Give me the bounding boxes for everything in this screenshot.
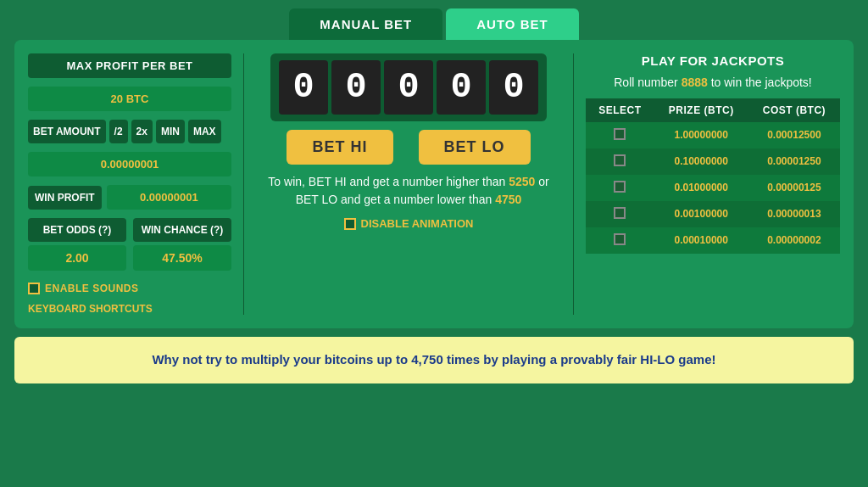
prize-value-0: 1.00000000 <box>654 122 748 148</box>
col-cost-header: COST (BTC) <box>748 98 840 122</box>
bet-lo-button[interactable]: BET LO <box>419 130 531 165</box>
jackpot-table: SELECT PRIZE (BTC) COST (BTC) 1.00000000… <box>586 98 840 254</box>
slot-digit-4: 0 <box>489 60 538 115</box>
highlight-5250: 5250 <box>509 175 535 188</box>
jackpot-checkbox-4[interactable] <box>614 233 626 245</box>
win-chance-box: WIN CHANCE (?) 47.50% <box>133 218 231 271</box>
prize-value-4: 0.00010000 <box>654 227 748 254</box>
col-prize-header: PRIZE (BTC) <box>654 98 748 122</box>
slot-digit-1: 0 <box>331 60 381 115</box>
select-cell-4 <box>586 227 654 254</box>
jackpot-subtitle: Roll number 8888 to win the jackpots! <box>586 75 840 92</box>
tab-manual[interactable]: MANUAL BET <box>289 8 442 40</box>
prize-value-2: 0.01000000 <box>654 175 748 201</box>
max-button[interactable]: MAX <box>188 120 221 143</box>
table-row: 0.01000000 0.00000125 <box>586 175 840 201</box>
table-row: 0.00100000 0.00000013 <box>586 201 840 227</box>
slot-digit-3: 0 <box>437 60 486 115</box>
bet-odds-box: BET ODDS (?) 2.00 <box>28 218 126 271</box>
half-button[interactable]: /2 <box>109 120 128 143</box>
jackpot-checkbox-0[interactable] <box>614 128 626 140</box>
cost-value-1: 0.00001250 <box>748 148 840 175</box>
max-profit-value: 20 BTC <box>28 87 231 111</box>
table-row: 0.00010000 0.00000002 <box>586 227 840 254</box>
slot-digit-2: 0 <box>384 60 433 115</box>
jackpot-roll-number: 8888 <box>682 76 708 89</box>
cost-value-3: 0.00000013 <box>748 201 840 227</box>
bottom-banner: Why not try to multiply your bitcoins up… <box>14 337 854 383</box>
double-button[interactable]: 2x <box>131 120 153 143</box>
select-cell-2 <box>586 175 654 201</box>
bet-amount-value[interactable]: 0.00000001 <box>28 152 231 176</box>
left-panel: MAX PROFIT PER BET 20 BTC BET AMOUNT /2 … <box>28 53 231 315</box>
slot-display: 0 0 0 0 0 <box>270 53 547 121</box>
main-container: MAX PROFIT PER BET 20 BTC BET AMOUNT /2 … <box>14 40 854 328</box>
bet-odds-value: 2.00 <box>28 245 126 271</box>
tab-auto[interactable]: AUTO BET <box>446 8 578 40</box>
highlight-4750: 4750 <box>495 193 521 206</box>
select-cell-3 <box>586 201 654 227</box>
col-select-header: SELECT <box>586 98 654 122</box>
left-divider <box>243 53 244 315</box>
enable-sounds-checkbox[interactable] <box>28 283 40 294</box>
win-profit-row: WIN PROFIT 0.00000001 <box>28 185 231 210</box>
disable-animation-checkbox[interactable] <box>344 218 356 230</box>
bet-amount-row: BET AMOUNT /2 2x MIN MAX <box>28 120 231 143</box>
bet-amount-label: BET AMOUNT <box>28 120 106 143</box>
cost-value-0: 0.00012500 <box>748 122 840 148</box>
bet-hi-button[interactable]: BET HI <box>287 130 392 165</box>
disable-animation-row: DISABLE ANIMATION <box>344 217 474 230</box>
tabs-container: MANUAL BET AUTO BET <box>289 8 578 40</box>
enable-sounds-label: ENABLE SOUNDS <box>45 283 139 294</box>
right-panel: PLAY FOR JACKPOTS Roll number 8888 to wi… <box>586 53 840 315</box>
center-panel: 0 0 0 0 0 BET HI BET LO To win, BET HI a… <box>256 53 561 315</box>
select-cell-0 <box>586 122 654 148</box>
table-row: 1.00000000 0.00012500 <box>586 122 840 148</box>
table-row: 0.10000000 0.00001250 <box>586 148 840 175</box>
slot-digit-0: 0 <box>279 60 328 115</box>
cost-value-4: 0.00000002 <box>748 227 840 254</box>
win-chance-label: WIN CHANCE (?) <box>133 218 231 242</box>
prize-value-3: 0.00100000 <box>654 201 748 227</box>
odds-chance-row: BET ODDS (?) 2.00 WIN CHANCE (?) 47.50% <box>28 218 231 271</box>
right-divider <box>573 53 574 315</box>
jackpot-checkbox-3[interactable] <box>614 207 626 219</box>
win-text-1: To win, BET HI and get a number higher t… <box>268 175 509 188</box>
min-button[interactable]: MIN <box>156 120 185 143</box>
win-profit-value: 0.00000001 <box>107 185 231 210</box>
bet-buttons-row: BET HI BET LO <box>256 130 561 165</box>
max-profit-label: MAX PROFIT PER BET <box>28 53 231 78</box>
disable-animation-label: DISABLE ANIMATION <box>361 217 474 230</box>
bet-odds-label: BET ODDS (?) <box>28 218 126 242</box>
win-instruction: To win, BET HI and get a number higher t… <box>256 173 561 209</box>
win-chance-value: 47.50% <box>133 245 231 271</box>
keyboard-shortcuts-link[interactable]: KEYBOARD SHORTCUTS <box>28 303 231 315</box>
jackpot-title: PLAY FOR JACKPOTS <box>586 53 840 68</box>
jackpot-checkbox-1[interactable] <box>614 154 626 166</box>
win-profit-label: WIN PROFIT <box>28 186 102 210</box>
prize-value-1: 0.10000000 <box>654 148 748 175</box>
jackpot-checkbox-2[interactable] <box>614 181 626 193</box>
select-cell-1 <box>586 148 654 175</box>
sounds-row: ENABLE SOUNDS <box>28 283 231 294</box>
cost-value-2: 0.00000125 <box>748 175 840 201</box>
bottom-banner-text: Why not try to multiply your bitcoins up… <box>31 350 837 370</box>
